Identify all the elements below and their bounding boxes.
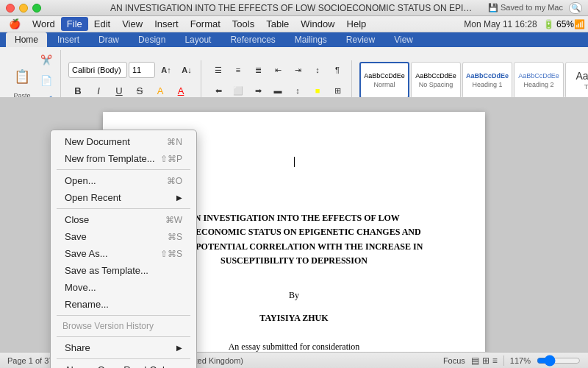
show-formatting-button[interactable]: ¶ bbox=[328, 60, 347, 79]
minimize-button[interactable] bbox=[19, 4, 28, 13]
style-title[interactable]: AaBb( Title bbox=[565, 62, 588, 99]
menu-bar: 🍎 Word File Edit View Insert Format Tool… bbox=[0, 16, 588, 32]
menu-close-label: Close bbox=[65, 214, 89, 225]
cut-button[interactable]: ✂️ bbox=[37, 50, 56, 69]
font-size-input[interactable] bbox=[129, 62, 155, 78]
style-gallery: AaBbCcDdEe Normal AaBbCcDdEe No Spacing … bbox=[359, 62, 588, 99]
separator-4 bbox=[57, 336, 190, 337]
font-name-input[interactable] bbox=[68, 62, 127, 78]
paste-button[interactable]: 📋 bbox=[10, 62, 34, 91]
file-menu[interactable]: File bbox=[61, 17, 88, 31]
menu-save-label: Save bbox=[65, 231, 87, 242]
tab-layout[interactable]: Layout bbox=[176, 32, 220, 47]
menu-save-as-shortcut: ⇧⌘S bbox=[160, 249, 182, 259]
view-normal-icon[interactable]: ▤ bbox=[471, 355, 479, 366]
close-button[interactable] bbox=[6, 4, 15, 13]
copy-button[interactable]: 📄 bbox=[37, 71, 56, 90]
menu-save-as-label: Save As... bbox=[65, 248, 108, 259]
shrink-font-button[interactable]: A↓ bbox=[177, 60, 196, 79]
tab-draw[interactable]: Draw bbox=[90, 32, 128, 47]
page-count: Page 1 of 37 bbox=[7, 356, 53, 365]
main-area: AN INVESTIGATION INTO THE EFFECTS OF LOW… bbox=[0, 97, 588, 352]
sort-button[interactable]: ↕ bbox=[308, 60, 327, 79]
zoom-level: 117% bbox=[510, 356, 531, 365]
word-menu[interactable]: Word bbox=[26, 17, 61, 31]
separator-5 bbox=[57, 358, 190, 359]
menu-share-arrow: ▶ bbox=[176, 344, 182, 352]
datetime: Mon May 11 16:28 bbox=[464, 19, 537, 29]
style-title-label: Title bbox=[584, 83, 588, 91]
decrease-indent-button[interactable]: ⇤ bbox=[268, 60, 287, 79]
menu-open-recent-label: Open Recent bbox=[65, 192, 121, 203]
insert-menu[interactable]: Insert bbox=[148, 17, 184, 31]
view-web-icon[interactable]: ⊞ bbox=[482, 355, 490, 366]
menu-always-readonly-label: Always Open Read-Only bbox=[65, 364, 169, 368]
style-no-spacing-preview: AaBbCcDdEe bbox=[415, 72, 456, 79]
tab-review[interactable]: Review bbox=[337, 32, 384, 47]
grow-font-button[interactable]: A↑ bbox=[157, 60, 176, 79]
menu-new-template-label: New from Template... bbox=[65, 153, 155, 164]
title-bar: AN INVESTIGATION INTO THE EFFECTS OF LOW… bbox=[0, 0, 588, 16]
ribbon-tabs: Home Insert Draw Design Layout Reference… bbox=[0, 32, 588, 47]
text-cursor bbox=[294, 157, 295, 167]
menu-new-document-shortcut: ⌘N bbox=[167, 137, 182, 147]
menu-save-template-label: Save as Template... bbox=[65, 265, 148, 276]
bullets-button[interactable]: ☰ bbox=[209, 60, 228, 79]
tab-references[interactable]: References bbox=[221, 32, 284, 47]
menu-new-document-label: New Document bbox=[65, 136, 130, 147]
status-divider-3 bbox=[503, 355, 504, 366]
menu-save-template[interactable]: Save as Template... bbox=[53, 262, 194, 279]
menu-save-as[interactable]: Save As... ⇧⌘S bbox=[53, 245, 194, 262]
format-menu[interactable]: Format bbox=[184, 17, 226, 31]
style-normal-label: Normal bbox=[373, 81, 395, 88]
style-normal[interactable]: AaBbCcDdEe Normal bbox=[359, 62, 409, 99]
menu-share-label: Share bbox=[65, 342, 90, 353]
menu-new-template[interactable]: New from Template... ⇧⌘P bbox=[53, 150, 194, 167]
tab-mailings[interactable]: Mailings bbox=[286, 32, 336, 47]
style-heading1-label: Heading 1 bbox=[472, 81, 502, 88]
menu-open[interactable]: Open... ⌘O bbox=[53, 172, 194, 189]
help-menu[interactable]: Help bbox=[341, 17, 373, 31]
style-no-spacing[interactable]: AaBbCcDdEe No Spacing bbox=[411, 62, 461, 99]
tab-view[interactable]: View bbox=[385, 32, 422, 47]
tab-design[interactable]: Design bbox=[129, 32, 174, 47]
menu-save[interactable]: Save ⌘S bbox=[53, 228, 194, 245]
style-heading2-preview: AaBbCcDdEe bbox=[518, 72, 559, 79]
menu-move[interactable]: Move... bbox=[53, 279, 194, 296]
tab-home[interactable]: Home bbox=[6, 32, 47, 47]
apple-menu[interactable]: 🍎 bbox=[3, 17, 26, 31]
style-no-spacing-label: No Spacing bbox=[419, 81, 453, 88]
wifi-icon: 📶 bbox=[574, 19, 585, 29]
menu-close[interactable]: Close ⌘W bbox=[53, 211, 194, 228]
style-heading2-label: Heading 2 bbox=[523, 81, 553, 88]
menu-new-document[interactable]: New Document ⌘N bbox=[53, 133, 194, 150]
title-bar-right: 💾 Saved to my Mac 🔍 bbox=[488, 2, 582, 14]
numbering-button[interactable]: ≡ bbox=[229, 60, 248, 79]
focus-button[interactable]: Focus bbox=[443, 356, 465, 365]
maximize-button[interactable] bbox=[32, 4, 41, 13]
style-heading2[interactable]: AaBbCcDdEe Heading 2 bbox=[514, 62, 564, 99]
menu-rename[interactable]: Rename... bbox=[53, 296, 194, 313]
view-menu[interactable]: View bbox=[116, 17, 148, 31]
table-menu[interactable]: Table bbox=[260, 17, 295, 31]
menu-open-shortcut: ⌘O bbox=[167, 176, 182, 186]
view-outline-icon[interactable]: ≡ bbox=[492, 355, 498, 366]
tab-insert[interactable]: Insert bbox=[49, 32, 88, 47]
edit-menu[interactable]: Edit bbox=[88, 17, 116, 31]
menu-rename-label: Rename... bbox=[65, 299, 109, 310]
increase-indent-button[interactable]: ⇥ bbox=[288, 60, 307, 79]
zoom-slider[interactable] bbox=[537, 356, 581, 365]
window-title: AN INVESTIGATION INTO THE EFFECTS OF LOW… bbox=[110, 3, 478, 13]
multilevel-button[interactable]: ≣ bbox=[248, 60, 268, 79]
menu-open-label: Open... bbox=[65, 175, 96, 186]
menu-open-recent[interactable]: Open Recent ▶ bbox=[53, 189, 194, 206]
menu-close-shortcut: ⌘W bbox=[165, 215, 182, 225]
search-icon[interactable]: 🔍 bbox=[569, 2, 582, 14]
menu-always-readonly[interactable]: Always Open Read-Only bbox=[53, 361, 194, 368]
file-dropdown-menu: New Document ⌘N New from Template... ⇧⌘P… bbox=[50, 130, 197, 368]
window-menu[interactable]: Window bbox=[295, 17, 340, 31]
style-heading1-preview: AaBbCcDdEe bbox=[466, 72, 509, 79]
tools-menu[interactable]: Tools bbox=[226, 17, 260, 31]
style-heading1[interactable]: AaBbCcDdEe Heading 1 bbox=[462, 62, 512, 99]
menu-share[interactable]: Share ▶ bbox=[53, 339, 194, 356]
